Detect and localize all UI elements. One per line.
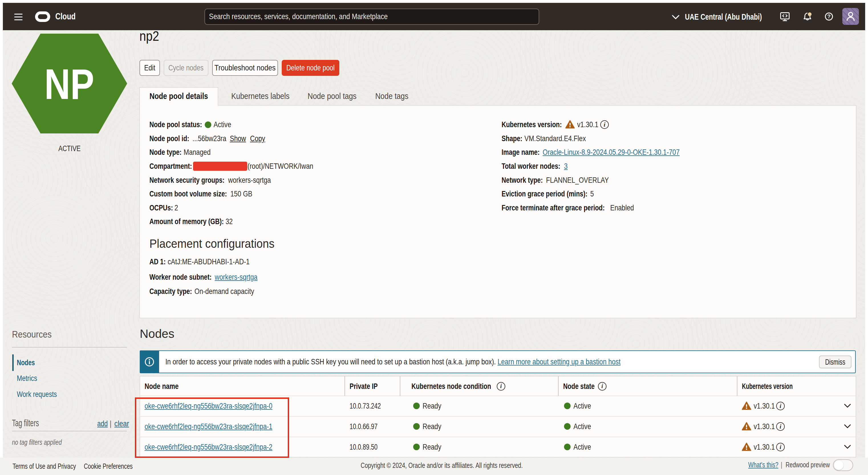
svg-text:NP: NP xyxy=(44,60,94,108)
